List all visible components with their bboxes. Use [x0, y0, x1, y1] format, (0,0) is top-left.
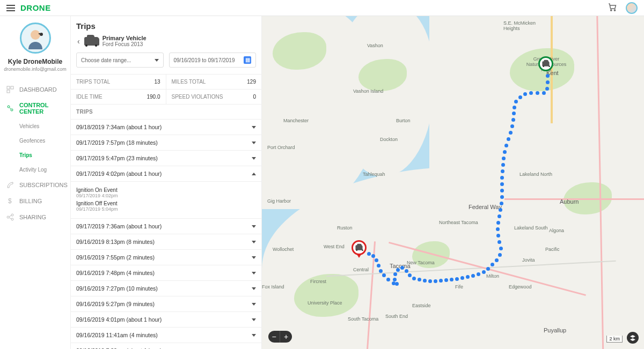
dashboard-icon — [6, 86, 14, 93]
route-point — [496, 221, 500, 225]
trip-row[interactable]: 09/16/2019 5:27pm (9 minutes) — [71, 296, 261, 312]
user-avatar[interactable] — [20, 23, 51, 54]
trip-row[interactable]: 09/16/2019 4:01pm (about 1 hour) — [71, 312, 261, 328]
nav-geofences[interactable]: Geofences — [0, 133, 70, 148]
zoom-in-button[interactable]: + — [280, 331, 292, 343]
page-title: Trips — [76, 21, 256, 31]
topbar: DRONE — [0, 0, 644, 16]
route-point — [466, 275, 470, 279]
trip-label: 09/16/2019 7:55pm (2 minutes) — [76, 254, 155, 261]
trip-row[interactable]: 09/17/2019 7:36am (about 1 hour) — [71, 219, 261, 234]
route-point — [393, 272, 397, 276]
svg-line-16 — [9, 218, 11, 219]
event-time: 09/17/2019 4:02pm — [76, 193, 256, 198]
event-time: 09/17/2019 5:04pm — [76, 206, 256, 212]
trip-end-marker[interactable] — [352, 240, 367, 255]
route-point — [439, 279, 443, 283]
route-point — [497, 214, 501, 218]
trips-list: 09/18/2019 7:34am (about 1 hour)09/17/20… — [71, 120, 261, 349]
trip-row[interactable]: 09/17/2019 4:02pm (about 1 hour) — [71, 166, 261, 182]
route-point — [377, 264, 380, 268]
route-point — [491, 263, 494, 266]
nav-vehicles[interactable]: Vehicles — [0, 119, 70, 133]
trip-row[interactable]: 09/16/2019 7:27pm (10 minutes) — [71, 281, 261, 296]
route-point — [507, 137, 510, 141]
subscriptions-icon — [6, 181, 14, 189]
trip-label: 09/16/2019 7:27pm (10 minutes) — [76, 285, 158, 292]
nav-sharing[interactable]: SHARING — [0, 209, 70, 225]
route-point — [393, 278, 397, 281]
route-point — [471, 274, 475, 278]
event-title: Ignition Off Event — [76, 201, 256, 206]
trips-list-header: TRIPS — [71, 105, 261, 120]
nav-control-center[interactable]: CONTROL CENTER — [0, 98, 70, 119]
chevron-down-icon — [252, 334, 256, 337]
chevron-down-icon — [252, 272, 256, 274]
control-center-icon — [6, 105, 14, 112]
trip-label: 09/17/2019 5:47pm (23 minutes) — [76, 155, 158, 161]
svg-rect-6 — [11, 86, 13, 89]
map[interactable]: Gig Harbor Vashon Vashon Island Burton D… — [262, 16, 644, 349]
route-point — [371, 254, 375, 258]
trip-start-marker[interactable] — [538, 56, 553, 71]
brand-logo: DRONE — [20, 3, 51, 12]
trip-row[interactable]: 09/18/2019 7:34am (about 1 hour) — [71, 120, 261, 135]
zoom-out-button[interactable]: − — [268, 331, 280, 343]
trip-row[interactable]: 09/16/2019 7:48pm (4 minutes) — [71, 265, 261, 281]
trip-label: 09/16/2019 4:01pm (about 1 hour) — [76, 316, 162, 323]
route-point — [412, 277, 416, 280]
user-email: dronemobile.info@gmail.com — [4, 66, 67, 72]
menu-icon[interactable] — [6, 5, 15, 11]
trip-row[interactable]: 09/16/2019 7:23am (about 1 hour) — [71, 343, 261, 349]
route-point — [499, 247, 503, 250]
route-point — [418, 278, 421, 281]
nav-activity-log[interactable]: Activity Log — [0, 162, 70, 177]
route-point — [545, 87, 549, 91]
route-point — [504, 144, 508, 147]
route-point — [546, 80, 550, 84]
chevron-down-icon — [252, 241, 256, 243]
caret-down-icon — [155, 59, 159, 62]
trip-row[interactable]: 09/17/2019 7:57pm (18 minutes) — [71, 135, 261, 151]
trip-label: 09/17/2019 4:02pm (about 1 hour) — [76, 170, 162, 177]
trip-label: 09/16/2019 8:13pm (8 minutes) — [76, 239, 155, 245]
route-point — [386, 278, 390, 281]
route-point — [498, 253, 502, 257]
trip-row[interactable]: 09/16/2019 7:55pm (2 minutes) — [71, 250, 261, 265]
vehicle-row: ‹ Primary Vehicle Ford Focus 2013 — [76, 35, 256, 47]
route-point — [501, 169, 504, 173]
cart-icon[interactable] — [608, 2, 617, 13]
chevron-down-icon — [252, 225, 256, 228]
back-arrow-icon[interactable]: ‹ — [76, 37, 81, 46]
nav-billing[interactable]: $BILLING — [0, 193, 70, 209]
route-point — [503, 150, 507, 154]
svg-point-14 — [11, 218, 13, 220]
stats-grid: TRIPS TOTAL13 MILES TOTAL129 IDLE TIME19… — [71, 74, 261, 105]
route-point — [428, 279, 432, 283]
trips-panel: Trips ‹ Primary Vehicle Ford Focus 2013 … — [71, 16, 262, 349]
trip-row[interactable]: 09/16/2019 8:13pm (8 minutes) — [71, 234, 261, 250]
svg-point-12 — [7, 216, 9, 218]
layers-button[interactable] — [627, 332, 639, 344]
date-range-display[interactable]: 09/16/2019 to 09/17/2019 ▦ — [169, 53, 257, 68]
miles-total-label: MILES TOTAL — [172, 79, 206, 85]
trip-label: 09/17/2019 7:57pm (18 minutes) — [76, 139, 158, 146]
nav-trips[interactable]: Trips — [0, 148, 70, 162]
route-point — [509, 131, 513, 135]
chevron-down-icon — [252, 318, 256, 321]
trip-row[interactable]: 09/16/2019 11:41am (4 minutes) — [71, 328, 261, 343]
map-scale: 2 km — [606, 336, 623, 343]
route-point — [500, 176, 504, 180]
user-avatar-small[interactable] — [626, 2, 638, 14]
svg-rect-5 — [7, 86, 10, 89]
nav-subscriptions[interactable]: SUBSCRIPTIONS — [0, 177, 70, 193]
route-point — [496, 234, 500, 237]
route-point — [392, 281, 396, 285]
speed-violations-label: SPEED VIOLATIONS — [172, 94, 223, 100]
nav-dashboard[interactable]: DASHBOARD — [0, 81, 70, 98]
route-point — [375, 258, 378, 262]
route-point — [513, 106, 516, 109]
route-point — [500, 202, 503, 205]
date-range-dropdown[interactable]: Choose date range... — [76, 53, 164, 68]
trip-row[interactable]: 09/17/2019 5:47pm (23 minutes) — [71, 151, 261, 166]
